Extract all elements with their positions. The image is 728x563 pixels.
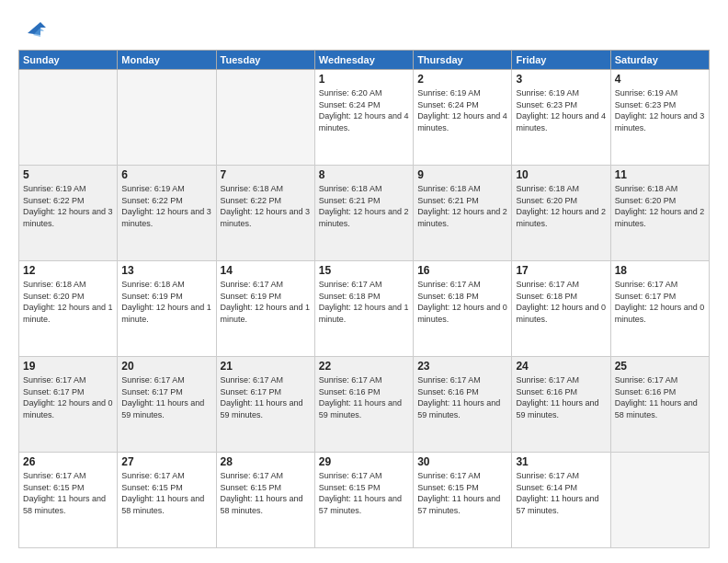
day-number: 29 [319, 455, 409, 468]
day-info: Sunrise: 6:17 AM Sunset: 6:16 PM Dayligh… [516, 374, 606, 420]
day-info: Sunrise: 6:18 AM Sunset: 6:20 PM Dayligh… [615, 183, 705, 229]
calendar-cell: 18Sunrise: 6:17 AM Sunset: 6:17 PM Dayli… [610, 261, 709, 357]
calendar-body: 1Sunrise: 6:20 AM Sunset: 6:24 PM Daylig… [19, 70, 710, 548]
calendar-cell: 5Sunrise: 6:19 AM Sunset: 6:22 PM Daylig… [19, 166, 118, 261]
calendar-cell: 15Sunrise: 6:17 AM Sunset: 6:18 PM Dayli… [314, 261, 413, 357]
day-number: 9 [417, 168, 507, 181]
calendar-cell: 10Sunrise: 6:18 AM Sunset: 6:20 PM Dayli… [512, 166, 610, 261]
calendar-cell [118, 70, 216, 166]
calendar-cell: 7Sunrise: 6:18 AM Sunset: 6:22 PM Daylig… [216, 166, 314, 261]
calendar-cell: 4Sunrise: 6:19 AM Sunset: 6:23 PM Daylig… [610, 70, 709, 166]
day-info: Sunrise: 6:17 AM Sunset: 6:18 PM Dayligh… [516, 279, 606, 325]
day-number: 17 [516, 264, 606, 277]
day-info: Sunrise: 6:18 AM Sunset: 6:21 PM Dayligh… [319, 183, 409, 229]
calendar-cell: 27Sunrise: 6:17 AM Sunset: 6:15 PM Dayli… [118, 453, 216, 548]
day-header-sunday: Sunday [19, 51, 118, 70]
calendar-cell: 12Sunrise: 6:18 AM Sunset: 6:20 PM Dayli… [19, 261, 118, 357]
calendar-table: SundayMondayTuesdayWednesdayThursdayFrid… [18, 50, 710, 548]
calendar-cell: 14Sunrise: 6:17 AM Sunset: 6:19 PM Dayli… [216, 261, 314, 357]
day-number: 31 [516, 455, 606, 468]
day-info: Sunrise: 6:18 AM Sunset: 6:19 PM Dayligh… [121, 279, 211, 325]
day-info: Sunrise: 6:17 AM Sunset: 6:16 PM Dayligh… [417, 374, 507, 420]
day-info: Sunrise: 6:17 AM Sunset: 6:17 PM Dayligh… [121, 374, 211, 420]
day-number: 20 [121, 360, 211, 373]
day-number: 27 [121, 455, 211, 468]
day-number: 4 [615, 73, 705, 86]
day-number: 22 [319, 360, 409, 373]
logo-icon [20, 15, 48, 42]
calendar-cell [19, 70, 118, 166]
day-number: 23 [417, 360, 507, 373]
day-number: 25 [615, 360, 705, 373]
calendar-cell: 30Sunrise: 6:17 AM Sunset: 6:15 PM Dayli… [414, 453, 512, 548]
day-number: 1 [319, 73, 409, 86]
calendar-cell: 1Sunrise: 6:20 AM Sunset: 6:24 PM Daylig… [314, 70, 413, 166]
day-number: 10 [516, 168, 606, 181]
day-info: Sunrise: 6:17 AM Sunset: 6:18 PM Dayligh… [319, 279, 409, 325]
day-info: Sunrise: 6:19 AM Sunset: 6:23 PM Dayligh… [516, 87, 606, 133]
calendar-cell: 31Sunrise: 6:17 AM Sunset: 6:14 PM Dayli… [512, 453, 610, 548]
day-number: 26 [23, 455, 113, 468]
day-number: 12 [23, 264, 113, 277]
day-number: 16 [417, 264, 507, 277]
calendar-cell: 23Sunrise: 6:17 AM Sunset: 6:16 PM Dayli… [414, 357, 512, 453]
calendar-cell: 22Sunrise: 6:17 AM Sunset: 6:16 PM Dayli… [314, 357, 413, 453]
day-number: 21 [221, 360, 311, 373]
day-info: Sunrise: 6:18 AM Sunset: 6:22 PM Dayligh… [221, 183, 311, 229]
day-number: 8 [319, 168, 409, 181]
day-info: Sunrise: 6:17 AM Sunset: 6:16 PM Dayligh… [615, 374, 705, 420]
calendar-cell: 21Sunrise: 6:17 AM Sunset: 6:17 PM Dayli… [216, 357, 314, 453]
header [18, 15, 710, 42]
calendar-cell: 8Sunrise: 6:18 AM Sunset: 6:21 PM Daylig… [314, 166, 413, 261]
day-number: 5 [23, 168, 113, 181]
day-number: 13 [121, 264, 211, 277]
calendar-cell [610, 453, 709, 548]
day-header-saturday: Saturday [610, 51, 709, 70]
day-number: 28 [221, 455, 311, 468]
calendar-cell: 20Sunrise: 6:17 AM Sunset: 6:17 PM Dayli… [118, 357, 216, 453]
day-info: Sunrise: 6:17 AM Sunset: 6:17 PM Dayligh… [615, 279, 705, 325]
day-number: 15 [319, 264, 409, 277]
day-number: 24 [516, 360, 606, 373]
calendar-cell: 11Sunrise: 6:18 AM Sunset: 6:20 PM Dayli… [610, 166, 709, 261]
calendar-cell: 24Sunrise: 6:17 AM Sunset: 6:16 PM Dayli… [512, 357, 610, 453]
calendar-cell: 3Sunrise: 6:19 AM Sunset: 6:23 PM Daylig… [512, 70, 610, 166]
day-info: Sunrise: 6:19 AM Sunset: 6:22 PM Dayligh… [23, 183, 113, 229]
day-header-friday: Friday [512, 51, 610, 70]
day-number: 7 [221, 168, 311, 181]
calendar-week-row: 5Sunrise: 6:19 AM Sunset: 6:22 PM Daylig… [19, 166, 710, 261]
day-info: Sunrise: 6:18 AM Sunset: 6:20 PM Dayligh… [23, 279, 113, 325]
day-info: Sunrise: 6:17 AM Sunset: 6:15 PM Dayligh… [221, 470, 311, 516]
day-number: 30 [417, 455, 507, 468]
day-number: 11 [615, 168, 705, 181]
day-info: Sunrise: 6:19 AM Sunset: 6:23 PM Dayligh… [615, 87, 705, 133]
day-info: Sunrise: 6:17 AM Sunset: 6:17 PM Dayligh… [23, 374, 113, 420]
calendar-week-row: 1Sunrise: 6:20 AM Sunset: 6:24 PM Daylig… [19, 70, 710, 166]
day-info: Sunrise: 6:17 AM Sunset: 6:18 PM Dayligh… [417, 279, 507, 325]
calendar-cell: 19Sunrise: 6:17 AM Sunset: 6:17 PM Dayli… [19, 357, 118, 453]
day-header-thursday: Thursday [414, 51, 512, 70]
day-info: Sunrise: 6:18 AM Sunset: 6:20 PM Dayligh… [516, 183, 606, 229]
day-info: Sunrise: 6:17 AM Sunset: 6:15 PM Dayligh… [417, 470, 507, 516]
calendar-cell: 6Sunrise: 6:19 AM Sunset: 6:22 PM Daylig… [118, 166, 216, 261]
day-info: Sunrise: 6:17 AM Sunset: 6:16 PM Dayligh… [319, 374, 409, 420]
day-number: 3 [516, 73, 606, 86]
day-info: Sunrise: 6:20 AM Sunset: 6:24 PM Dayligh… [319, 87, 409, 133]
day-header-monday: Monday [118, 51, 216, 70]
day-info: Sunrise: 6:17 AM Sunset: 6:17 PM Dayligh… [221, 374, 311, 420]
calendar-week-row: 12Sunrise: 6:18 AM Sunset: 6:20 PM Dayli… [19, 261, 710, 357]
day-number: 18 [615, 264, 705, 277]
calendar-week-row: 19Sunrise: 6:17 AM Sunset: 6:17 PM Dayli… [19, 357, 710, 453]
day-number: 19 [23, 360, 113, 373]
day-info: Sunrise: 6:19 AM Sunset: 6:22 PM Dayligh… [121, 183, 211, 229]
calendar-cell: 13Sunrise: 6:18 AM Sunset: 6:19 PM Dayli… [118, 261, 216, 357]
day-info: Sunrise: 6:17 AM Sunset: 6:15 PM Dayligh… [23, 470, 113, 516]
day-info: Sunrise: 6:19 AM Sunset: 6:24 PM Dayligh… [417, 87, 507, 133]
day-header-tuesday: Tuesday [216, 51, 314, 70]
day-number: 2 [417, 73, 507, 86]
calendar-cell: 26Sunrise: 6:17 AM Sunset: 6:15 PM Dayli… [19, 453, 118, 548]
calendar-cell: 17Sunrise: 6:17 AM Sunset: 6:18 PM Dayli… [512, 261, 610, 357]
logo [18, 15, 48, 42]
day-number: 14 [221, 264, 311, 277]
day-number: 6 [121, 168, 211, 181]
